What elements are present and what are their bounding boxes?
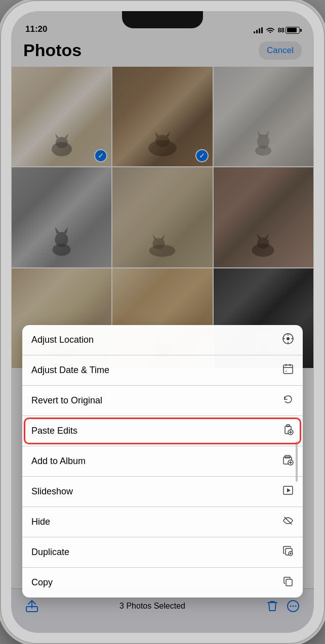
menu-label-hide: Hide xyxy=(31,517,50,527)
menu-label-revert: Revert to Original xyxy=(31,395,102,406)
menu-icon-paste-edits xyxy=(282,424,294,438)
svg-marker-60 xyxy=(287,488,291,492)
scroll-indicator xyxy=(296,441,298,482)
menu-item-slideshow[interactable]: Slideshow xyxy=(22,477,303,507)
svg-rect-66 xyxy=(286,579,292,586)
menu-label-duplicate: Duplicate xyxy=(31,547,69,558)
menu-icon-duplicate xyxy=(282,545,294,559)
menu-label-paste-edits: Paste Edits xyxy=(31,426,77,436)
menu-icon-slideshow xyxy=(282,485,294,498)
menu-icon-add-album xyxy=(282,454,294,468)
screen-content: 11:20 xyxy=(11,11,314,633)
menu-item-duplicate[interactable]: Duplicate xyxy=(22,537,303,568)
phone-screen: 11:20 xyxy=(11,11,314,633)
menu-item-copy[interactable]: Copy xyxy=(22,568,303,597)
menu-label-copy: Copy xyxy=(31,577,53,588)
menu-icon-hide xyxy=(282,515,294,529)
context-menu: Adjust Location Adjust D xyxy=(22,325,303,597)
menu-item-hide[interactable]: Hide xyxy=(22,507,303,537)
svg-point-39 xyxy=(287,337,290,340)
menu-icon-adjust-location xyxy=(282,333,294,347)
menu-item-adjust-location[interactable]: Adjust Location xyxy=(22,325,303,355)
menu-icon-revert xyxy=(282,394,294,407)
menu-label-add-album: Add to Album xyxy=(31,456,86,467)
svg-text:+: + xyxy=(285,370,287,373)
menu-icon-copy xyxy=(282,576,294,589)
menu-item-revert[interactable]: Revert to Original xyxy=(22,386,303,416)
phone-frame: 11:20 xyxy=(0,0,325,644)
menu-label-slideshow: Slideshow xyxy=(31,486,73,497)
svg-rect-50 xyxy=(287,425,290,427)
menu-label-adjust-date: Adjust Date & Time xyxy=(31,365,109,376)
menu-icon-adjust-date: + xyxy=(282,363,294,377)
menu-label-adjust-location: Adjust Location xyxy=(31,335,94,345)
menu-item-paste-edits[interactable]: Paste Edits xyxy=(22,416,303,446)
menu-item-add-album[interactable]: Add to Album xyxy=(22,446,303,477)
menu-item-adjust-date[interactable]: Adjust Date & Time + xyxy=(22,355,303,386)
